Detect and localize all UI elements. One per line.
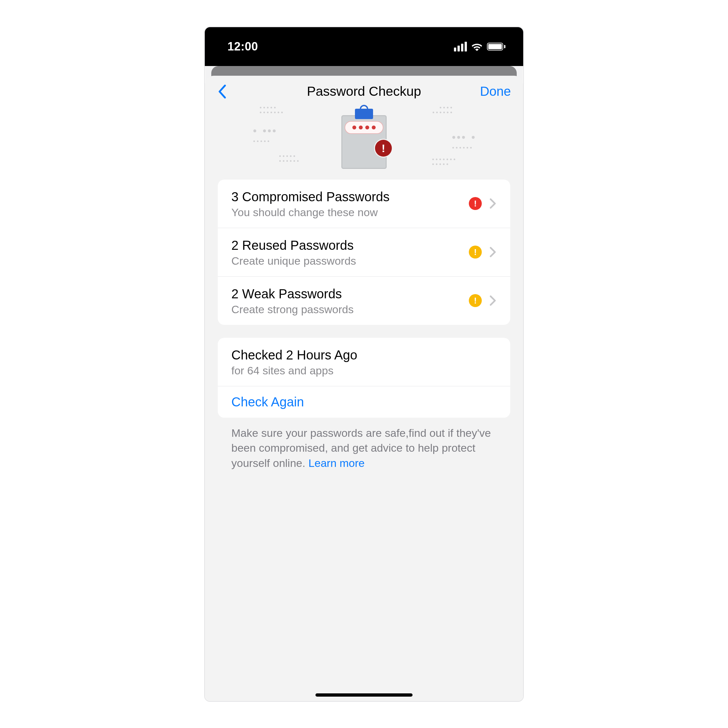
compromised-title: 3 Compromised Passwords [231, 189, 461, 205]
chevron-left-icon [218, 84, 226, 99]
results-card: 3 Compromised Passwords You should chang… [218, 180, 510, 325]
home-indicator[interactable] [315, 693, 413, 697]
device-frame: 12:00 Password Checkup Done [205, 27, 523, 701]
alert-badge-icon: ! [375, 140, 392, 157]
chevron-right-icon [489, 246, 497, 257]
check-again-button[interactable]: Check Again [218, 386, 510, 418]
page-title: Password Checkup [253, 84, 475, 99]
nav-bar: Password Checkup Done [205, 76, 523, 104]
reused-passwords-row[interactable]: 2 Reused Passwords Create unique passwor… [218, 228, 510, 276]
weak-passwords-row[interactable]: 2 Weak Passwords Create strong passwords… [218, 276, 510, 325]
alert-red-icon: ! [469, 197, 482, 210]
last-check-subtitle: for 64 sites and apps [231, 364, 497, 377]
footer-description: Make sure your passwords are safe,find o… [218, 418, 510, 471]
compromised-passwords-row[interactable]: 3 Compromised Passwords You should chang… [218, 180, 510, 228]
chevron-right-icon [489, 295, 497, 306]
password-field-illustration [344, 121, 384, 134]
compromised-subtitle: You should change these now [231, 206, 461, 219]
status-icons [454, 42, 505, 52]
sheet: Password Checkup Done ! [205, 76, 523, 701]
back-button[interactable] [214, 84, 230, 99]
weak-title: 2 Weak Passwords [231, 286, 461, 302]
learn-more-link[interactable]: Learn more [308, 457, 365, 469]
alert-yellow-icon: ! [469, 294, 482, 307]
weak-subtitle: Create strong passwords [231, 303, 461, 316]
reused-subtitle: Create unique passwords [231, 255, 461, 267]
cellular-icon [454, 42, 467, 52]
alert-yellow-icon: ! [469, 246, 482, 258]
last-check-row: Checked 2 Hours Ago for 64 sites and app… [218, 338, 510, 386]
last-check-title: Checked 2 Hours Ago [231, 347, 497, 363]
wifi-icon [471, 42, 482, 51]
clipboard-illustration: ! [341, 111, 387, 169]
chevron-right-icon [489, 198, 497, 209]
last-check-card: Checked 2 Hours Ago for 64 sites and app… [218, 338, 510, 418]
status-time: 12:00 [228, 40, 258, 54]
done-button[interactable]: Done [475, 84, 514, 99]
battery-icon [487, 43, 505, 50]
reused-title: 2 Reused Passwords [231, 237, 461, 253]
hero-illustration: ! [205, 100, 523, 180]
status-bar: 12:00 [205, 27, 523, 66]
